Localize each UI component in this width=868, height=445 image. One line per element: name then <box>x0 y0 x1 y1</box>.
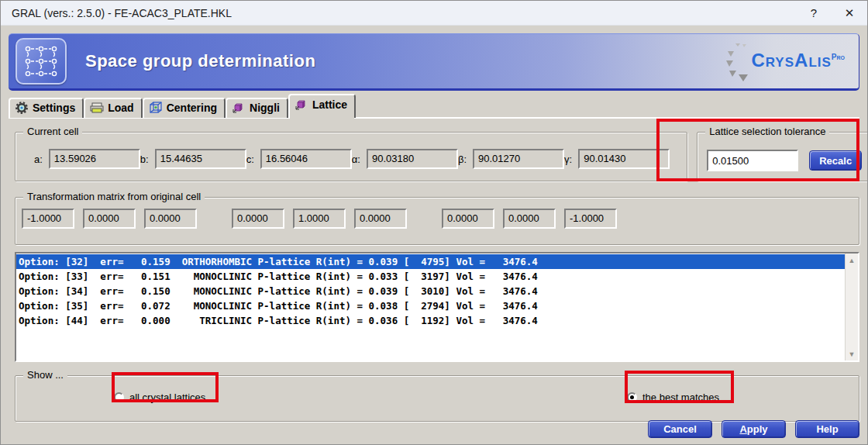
tab-centering[interactable]: Centering <box>143 98 226 118</box>
gral-dialog-window: GRAL (vers.: 2.5.0) - FE-ACAC3_PLATE.HKL… <box>0 0 868 445</box>
recalc-button[interactable]: Recalc <box>809 150 862 171</box>
matrix-cell-7: 0.0000 <box>503 209 556 229</box>
matrix-cell-0: -1.0000 <box>22 209 74 229</box>
radio-circle-icon[interactable] <box>114 392 124 402</box>
radio-best-matches[interactable]: the best matches <box>627 392 719 403</box>
tolerance-title: Lattice selection tolerance <box>705 126 829 137</box>
cell-label-a: a: <box>34 154 43 165</box>
cell-label-alpha: α: <box>352 154 360 165</box>
centering-cube-icon <box>149 102 163 114</box>
matrix-cell-5: 0.0000 <box>354 209 407 229</box>
header-banner: Space group determination CrysAlisPro <box>9 33 859 91</box>
show-title: Show ... <box>23 369 67 381</box>
tolerance-groupbox: Lattice selection tolerance Recalc <box>697 132 868 181</box>
footer-button-bar: Cancel Apply Help <box>648 420 859 438</box>
radio-label: the best matches <box>642 392 719 403</box>
help-titlebar-button[interactable]: ? <box>796 1 832 25</box>
list-item[interactable]: Option: [34] err= 0.150 MONOCLINIC P-lat… <box>16 284 845 298</box>
cell-value-beta: 90.01270 <box>473 149 564 169</box>
tab-bar: Settings Load Centering Niggli Lattice <box>9 94 859 118</box>
titlebar: GRAL (vers.: 2.5.0) - FE-ACAC3_PLATE.HKL… <box>1 1 867 26</box>
cell-label-beta: β: <box>458 154 467 165</box>
scroll-up-icon[interactable]: ▲ <box>846 254 858 267</box>
list-item[interactable]: Option: [35] err= 0.072 MONOCLINIC P-lat… <box>16 298 845 313</box>
list-item[interactable]: Option: [44] err= 0.000 TRICLINIC P-latt… <box>16 313 845 328</box>
logo-pro-superscript: Pro <box>832 53 845 61</box>
cell-param-alpha: α: 90.03180 <box>352 149 458 169</box>
list-item[interactable]: Option: [32] err= 0.159 ORTHORHOMBIC P-l… <box>16 254 845 269</box>
tab-label: Lattice <box>312 98 347 111</box>
current-cell-title: Current cell <box>23 126 82 137</box>
matrix-title: Transformation matrix from original cell <box>23 191 205 202</box>
matrix-cell-4: 1.0000 <box>293 209 346 229</box>
scroll-down-icon[interactable]: ▼ <box>846 347 858 360</box>
radio-circle-icon[interactable] <box>627 392 637 402</box>
logo-diamonds-icon <box>725 42 751 82</box>
niggli-cell-icon <box>232 102 246 114</box>
apply-button[interactable]: Apply <box>722 420 786 438</box>
cell-value-gamma: 90.01430 <box>578 149 670 169</box>
tab-label: Centering <box>167 102 217 114</box>
matrix-cell-6: 0.0000 <box>442 209 494 229</box>
cell-value-a: 13.59026 <box>49 149 140 169</box>
lattice-grid-icon <box>16 38 67 85</box>
cell-param-gamma: γ: 90.01430 <box>564 149 670 169</box>
cell-param-b: b: 15.44635 <box>140 149 246 169</box>
current-cell-groupbox: Current cell a: 13.59026 b: 15.44635 c: … <box>15 132 687 181</box>
cancel-button[interactable]: Cancel <box>648 420 712 438</box>
tab-label: Niggli <box>250 102 280 114</box>
cell-param-c: c: 16.56046 <box>246 149 352 169</box>
page-title: Space group determination <box>85 51 315 71</box>
matrix-cell-2: 0.0000 <box>144 209 197 229</box>
cell-param-beta: β: 90.01270 <box>458 149 564 169</box>
cell-value-alpha: 90.03180 <box>367 149 458 169</box>
tab-settings[interactable]: Settings <box>9 98 84 118</box>
tab-label: Settings <box>33 102 75 114</box>
list-scrollbar[interactable]: ▲ ▼ <box>845 254 858 360</box>
show-groupbox: Show ... all crystal lattices the best m… <box>15 375 859 422</box>
tab-load[interactable]: Load <box>84 98 142 118</box>
window-title: GRAL (vers.: 2.5.0) - FE-ACAC3_PLATE.HKL <box>1 7 796 19</box>
cell-param-a: a: 13.59026 <box>34 149 140 169</box>
matrix-groupbox: Transformation matrix from original cell… <box>15 197 859 245</box>
tolerance-input[interactable] <box>707 150 798 171</box>
matrix-cell-3: 0.0000 <box>232 209 284 229</box>
cell-label-gamma: γ: <box>564 154 572 165</box>
gear-icon <box>15 102 29 114</box>
lattice-options-listbox[interactable]: Option: [32] err= 0.159 ORTHORHOMBIC P-l… <box>15 252 859 362</box>
tab-lattice[interactable]: Lattice <box>288 94 356 118</box>
radio-all-crystal-lattices[interactable]: all crystal lattices <box>114 392 205 403</box>
logo-text: CrysAlisPro <box>751 42 845 76</box>
cell-value-b: 15.44635 <box>155 149 246 169</box>
close-button[interactable]: ✕ <box>832 1 867 25</box>
matrix-cell-8: -1.0000 <box>564 209 617 229</box>
cell-label-c: c: <box>246 154 254 165</box>
tab-niggli[interactable]: Niggli <box>226 98 288 118</box>
crysalispro-logo: CrysAlisPro <box>725 42 845 82</box>
cell-label-b: b: <box>140 154 149 165</box>
tab-label: Load <box>108 102 133 114</box>
cell-value-c: 16.56046 <box>260 149 352 169</box>
printer-load-icon <box>90 102 104 114</box>
list-item[interactable]: Option: [33] err= 0.151 MONOCLINIC P-lat… <box>16 269 845 284</box>
radio-label: all crystal lattices <box>129 392 205 403</box>
lattice-cell-icon <box>294 98 308 111</box>
help-button[interactable]: Help <box>795 420 859 438</box>
matrix-cell-1: 0.0000 <box>83 209 136 229</box>
